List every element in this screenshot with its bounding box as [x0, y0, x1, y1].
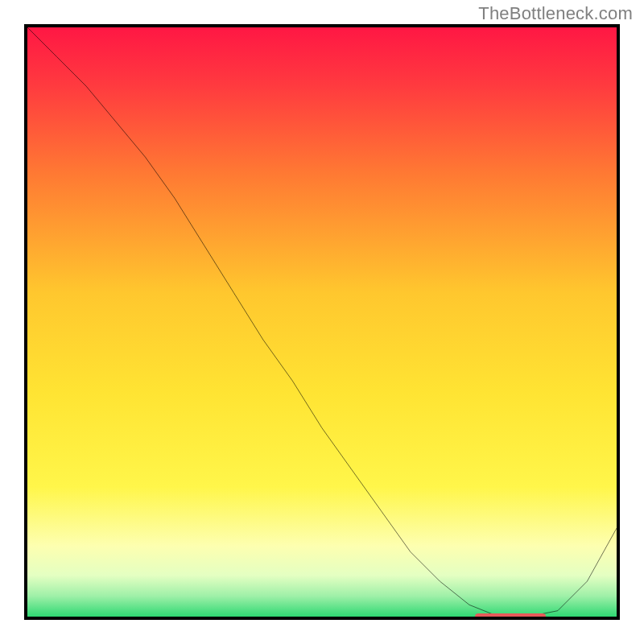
optimal-range-marker — [475, 613, 546, 617]
plot-area — [27, 27, 617, 617]
watermark-text: TheBottleneck.com — [478, 3, 633, 24]
bottleneck-curve — [27, 27, 617, 617]
chart-container: TheBottleneck.com — [0, 0, 644, 644]
plot-frame — [24, 24, 620, 620]
